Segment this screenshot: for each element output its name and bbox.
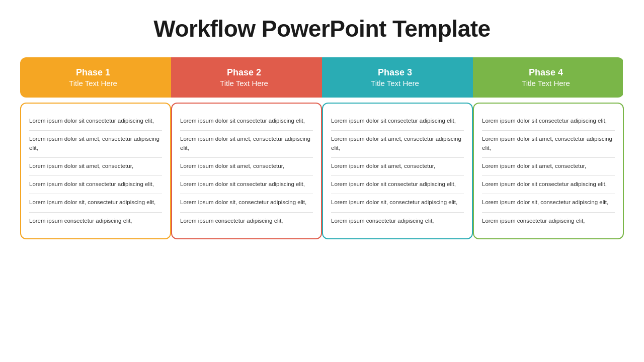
phase-number-1: Phase 1 xyxy=(76,67,110,78)
content-item-2-4: Lorem ipsum dolor sit consectetur adipis… xyxy=(180,176,313,194)
phase-content-3: Lorem ipsum dolor sit consectetur adipis… xyxy=(322,103,473,239)
content-item-3-4: Lorem ipsum dolor sit consectetur adipis… xyxy=(331,176,464,194)
phase-number-3: Phase 3 xyxy=(378,67,412,78)
content-item-2-3: Lorem ipsum dolor sit amet, consectetur, xyxy=(180,158,313,176)
phase-header-1: Phase 1Title Text Here xyxy=(20,57,171,98)
phase-column-1: Phase 1Title Text HereLorem ipsum dolor … xyxy=(20,57,171,239)
phase-title-4: Title Text Here xyxy=(522,79,570,87)
phase-content-1: Lorem ipsum dolor sit consectetur adipis… xyxy=(20,103,171,239)
phase-content-2: Lorem ipsum dolor sit consectetur adipis… xyxy=(171,103,322,239)
phase-header-3: Phase 3Title Text Here xyxy=(322,57,473,98)
content-item-4-6: Lorem ipsum consectetur adipiscing elit, xyxy=(482,213,615,230)
content-item-3-1: Lorem ipsum dolor sit consectetur adipis… xyxy=(331,113,464,131)
workflow-container: Phase 1Title Text HereLorem ipsum dolor … xyxy=(20,57,624,239)
content-item-1-5: Lorem ipsum dolor sit, consectetur adipi… xyxy=(29,194,162,212)
phase-column-4: Phase 4Title Text HereLorem ipsum dolor … xyxy=(473,57,624,239)
phase-content-4: Lorem ipsum dolor sit consectetur adipis… xyxy=(473,103,624,239)
content-item-1-6: Lorem ipsum consectetur adipiscing elit, xyxy=(29,213,162,230)
phase-number-4: Phase 4 xyxy=(529,67,563,78)
content-item-1-1: Lorem ipsum dolor sit consectetur adipis… xyxy=(29,113,162,131)
content-item-4-1: Lorem ipsum dolor sit consectetur adipis… xyxy=(482,113,615,131)
phase-number-2: Phase 2 xyxy=(227,67,261,78)
phase-title-1: Title Text Here xyxy=(69,79,117,87)
content-item-1-2: Lorem ipsum dolor sit amet, consectetur … xyxy=(29,131,162,158)
content-item-4-5: Lorem ipsum dolor sit, consectetur adipi… xyxy=(482,194,615,212)
phase-title-3: Title Text Here xyxy=(371,79,419,87)
content-item-2-2: Lorem ipsum dolor sit amet, consectetur … xyxy=(180,131,313,158)
content-item-2-6: Lorem ipsum consectetur adipiscing elit, xyxy=(180,213,313,230)
content-item-4-4: Lorem ipsum dolor sit consectetur adipis… xyxy=(482,176,615,194)
phase-column-2: Phase 2Title Text HereLorem ipsum dolor … xyxy=(171,57,322,239)
phase-title-2: Title Text Here xyxy=(220,79,268,87)
content-item-1-4: Lorem ipsum dolor sit consectetur adipis… xyxy=(29,176,162,194)
content-item-2-5: Lorem ipsum dolor sit, consectetur adipi… xyxy=(180,194,313,212)
phase-column-3: Phase 3Title Text HereLorem ipsum dolor … xyxy=(322,57,473,239)
content-item-4-2: Lorem ipsum dolor sit amet, consectetur … xyxy=(482,131,615,158)
phase-header-2: Phase 2Title Text Here xyxy=(171,57,322,98)
page-title: Workflow PowerPoint Template xyxy=(153,15,490,42)
content-item-1-3: Lorem ipsum dolor sit amet, consectetur, xyxy=(29,158,162,176)
content-item-3-6: Lorem ipsum consectetur adipiscing elit, xyxy=(331,213,464,230)
content-item-2-1: Lorem ipsum dolor sit consectetur adipis… xyxy=(180,113,313,131)
content-item-3-2: Lorem ipsum dolor sit amet, consectetur … xyxy=(331,131,464,158)
content-item-3-3: Lorem ipsum dolor sit amet, consectetur, xyxy=(331,158,464,176)
phase-header-4: Phase 4Title Text Here xyxy=(473,57,624,98)
content-item-4-3: Lorem ipsum dolor sit amet, consectetur, xyxy=(482,158,615,176)
content-item-3-5: Lorem ipsum dolor sit, consectetur adipi… xyxy=(331,194,464,212)
